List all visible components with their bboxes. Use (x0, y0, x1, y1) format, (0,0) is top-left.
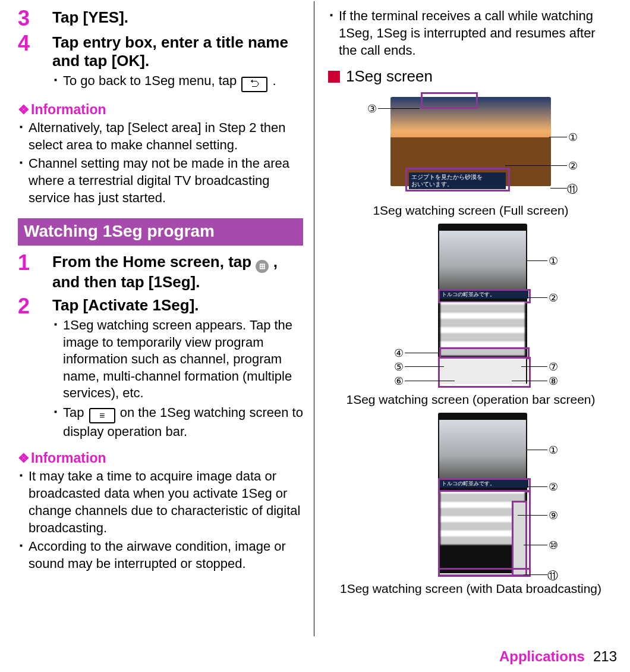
bullet-dot: ･ (18, 119, 29, 153)
callout-6: ⑥ (394, 375, 404, 388)
callout-8: ⑧ (549, 375, 558, 388)
bullet-dot: ･ (52, 404, 63, 422)
step-title: Tap [YES]. (52, 8, 303, 27)
section-name: Applications (499, 648, 585, 665)
info-bullet: ･ Alternatively, tap [Select area] in St… (18, 119, 303, 153)
callout-1: ① (549, 255, 558, 268)
region-marker (421, 92, 478, 109)
step-number: 2 (18, 295, 52, 441)
subsection-heading: 1Seg screen (328, 67, 613, 86)
callout-2: ② (549, 291, 558, 304)
step-w1: 1 From the Home screen, tap ⊞ , and then… (18, 252, 303, 293)
back-key-icon: ⮌ (241, 77, 267, 92)
step-number: 4 (18, 32, 52, 92)
apps-circle-icon: ⊞ (256, 260, 269, 273)
step-w2: 2 Tap [Activate 1Seg]. ･ 1Seg watching s… (18, 295, 303, 441)
section-heading: Watching 1Seg program (18, 218, 303, 246)
step-subtext: ･ Tap ≡ on the 1Seg watching screen to d… (52, 404, 303, 441)
bullet-dot: ･ (52, 317, 63, 334)
region-marker (512, 501, 527, 577)
figure-caption: 1Seg watching screen (with Data broadcas… (328, 582, 613, 596)
region-marker (438, 568, 531, 576)
step-subtext: ･ To go back to 1Seg menu, tap ⮌ . (52, 73, 303, 92)
callout-2: ② (549, 481, 558, 494)
figure-caption: 1Seg watching screen (Full screen) (328, 203, 613, 218)
text: Tap (63, 405, 88, 420)
diagram-fullscreen: エジプトを見たから砂漠を おいています。 ③ ① ② ⑪ (364, 94, 578, 201)
step-title: Tap [Activate 1Seg]. (52, 296, 303, 315)
step-3: 3 Tap [YES]. (18, 7, 303, 30)
info-bullet: ･ If the terminal receives a call while … (328, 7, 613, 59)
step-4: 4 Tap entry box, enter a title name and … (18, 32, 303, 92)
page-number: 213 (593, 648, 617, 665)
left-column: 3 Tap [YES]. 4 Tap entry box, enter a ti… (18, 7, 303, 672)
region-marker (405, 168, 510, 191)
diamond-icon: ❖ (18, 451, 30, 466)
callout-7: ⑦ (549, 360, 558, 373)
step-subtext: ･ 1Seg watching screen appears. Tap the … (52, 317, 303, 402)
step-title: Tap entry box, enter a title name and ta… (52, 33, 303, 70)
callout-1: ① (549, 444, 558, 457)
step-title: From the Home screen, tap ⊞ , and then t… (52, 253, 303, 291)
square-icon (328, 71, 340, 83)
info-bullet: ･ It may take a time to acquire image da… (18, 467, 303, 536)
column-divider (314, 1, 314, 636)
bullet-dot: ･ (18, 467, 29, 536)
info-bullet: ･ According to the airwave condition, im… (18, 538, 303, 572)
bullet-dot: ･ (18, 155, 29, 206)
info-heading: ❖Information (18, 450, 303, 466)
callout-5: ⑤ (394, 360, 404, 373)
callout-1: ① (568, 131, 578, 144)
callout-11: ⑪ (547, 569, 558, 583)
callout-3: ③ (367, 102, 377, 115)
callout-9: ⑨ (549, 509, 558, 522)
page: 3 Tap [YES]. 4 Tap entry box, enter a ti… (0, 0, 630, 672)
bullet-dot: ･ (18, 538, 29, 572)
diamond-icon: ❖ (18, 102, 30, 117)
region-marker (438, 289, 531, 303)
info-heading: ❖Information (18, 102, 303, 118)
callout-4: ④ (394, 347, 404, 360)
bullet-dot: ･ (52, 73, 63, 90)
callout-10: ⑩ (549, 539, 558, 552)
info-bullet: ･ Channel setting may not be made in the… (18, 155, 303, 206)
region-marker (438, 357, 531, 388)
figure-caption: 1Seg watching screen (operation bar scre… (328, 392, 613, 407)
page-footer: Applications 213 (499, 648, 617, 665)
menu-key-icon: ≡ (89, 408, 115, 423)
step-number: 3 (18, 7, 52, 30)
text: To go back to 1Seg menu, tap (63, 73, 240, 88)
diagram-data: トルコの町並みです。 ① ② ⑨ ⑩ ⑪ (373, 413, 569, 579)
callout-2: ② (568, 159, 578, 172)
bullet-dot: ･ (328, 7, 339, 59)
diagram-opbar: トルコの町並みです。 ① ② ④ ⑤ ⑥ ⑦ ⑧ (373, 224, 569, 390)
text: . (273, 73, 276, 88)
right-column: ･ If the terminal receives a call while … (325, 7, 613, 672)
callout-11: ⑪ (567, 182, 578, 196)
step-number: 1 (18, 252, 52, 293)
